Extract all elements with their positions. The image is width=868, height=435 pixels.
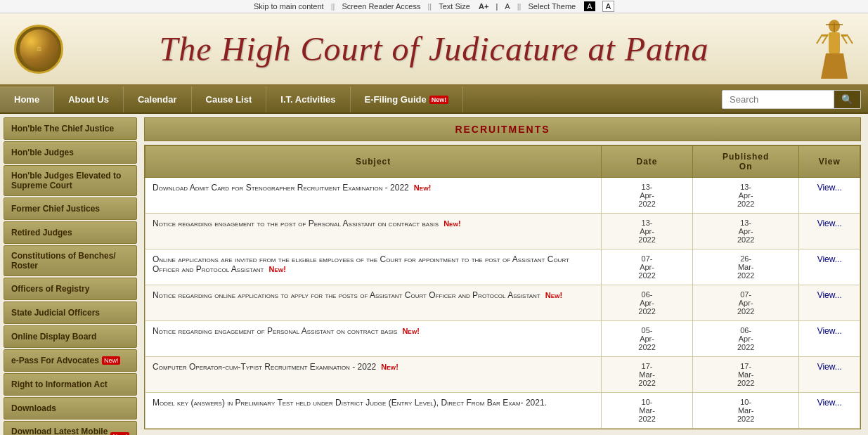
sidebar-item-epass[interactable]: e-Pass For Advocates New! [4, 349, 137, 372]
sidebar-item-state-officers[interactable]: State Judicial Officers [4, 301, 137, 324]
sep3: | [495, 2, 498, 11]
nav-about[interactable]: About Us [54, 86, 124, 112]
content-title: RECRUITMENTS [144, 117, 861, 141]
search-input[interactable] [722, 90, 834, 109]
cell-view[interactable]: View... [799, 321, 860, 357]
theme-light-button[interactable]: A [602, 1, 614, 12]
logo: ⚖ [14, 25, 63, 74]
screen-reader-link[interactable]: Screen Reader Access [342, 2, 421, 11]
new-badge: New! [441, 219, 461, 228]
sidebar-item-elevated-judges[interactable]: Hon'ble Judges Elevated to Supreme Court [4, 165, 137, 196]
view-link[interactable]: View... [817, 183, 842, 193]
site-title: The High Court of Judicature at Patna [63, 30, 805, 68]
mobileapp-new-badge: New! [110, 432, 129, 435]
cell-view[interactable]: View... [799, 285, 860, 321]
table-row: Notice regarding engagement of Personal … [145, 321, 860, 357]
top-bar: Skip to main content || Screen Reader Ac… [0, 0, 868, 13]
sep4: || [517, 2, 522, 11]
lady-justice-figure [805, 19, 854, 79]
cell-date: 05-Apr-2022 [602, 321, 693, 357]
new-badge: New! [543, 291, 563, 299]
nav-causelist[interactable]: Cause List [192, 86, 267, 112]
cell-published: 10-Mar-2022 [692, 393, 798, 429]
table-row: Computer Operator-cum-Typist Recruitment… [145, 357, 860, 393]
col-header-published: PublishedOn [692, 146, 798, 178]
content-area: RECRUITMENTS Subject Date PublishedOn Vi… [141, 114, 868, 435]
cell-published: 13-Apr-2022 [692, 214, 798, 249]
view-link[interactable]: View... [817, 362, 842, 372]
cell-published: 07-Apr-2022 [692, 285, 798, 321]
view-link[interactable]: View... [817, 254, 842, 264]
view-link[interactable]: View... [817, 290, 842, 300]
lady-justice-svg [815, 19, 854, 79]
col-header-date: Date [602, 146, 693, 178]
sidebar: Hon'ble The Chief Justice Hon'ble Judges… [0, 114, 141, 435]
cell-date: 10-Mar-2022 [602, 393, 693, 429]
view-link[interactable]: View... [817, 326, 842, 336]
cell-view[interactable]: View... [799, 214, 860, 249]
efiling-new-badge: New! [429, 96, 449, 104]
cell-view[interactable]: View... [799, 249, 860, 285]
table-row: Model key (answers) in Preliminary Test … [145, 393, 860, 429]
cell-subject: Notice regarding engagement of Personal … [145, 321, 602, 357]
text-size-label: Text Size [439, 2, 470, 11]
sidebar-item-officers[interactable]: Officers of Registry [4, 278, 137, 300]
text-size-large-button[interactable]: A+ [479, 2, 488, 11]
cell-view[interactable]: View... [799, 393, 860, 429]
main-layout: Hon'ble The Chief Justice Hon'ble Judges… [0, 114, 868, 435]
search-button[interactable]: 🔍 [834, 90, 861, 109]
sidebar-item-mobile-app[interactable]: Download Latest Mobile APP (Android) New… [4, 421, 137, 435]
sidebar-item-downloads[interactable]: Downloads [4, 397, 137, 420]
view-link[interactable]: View... [817, 219, 842, 228]
cell-view[interactable]: View... [799, 178, 860, 214]
nav-efiling[interactable]: E-Filing Guide New! [351, 86, 464, 112]
cell-view[interactable]: View... [799, 357, 860, 393]
main-nav: Home About Us Calendar Cause List I.T. A… [0, 86, 868, 114]
table-row: Download Admit Card for Stenographer Rec… [145, 178, 860, 214]
cell-date: 13-Apr-2022 [602, 214, 693, 249]
cell-subject: Notice regarding engagement to the post … [145, 214, 602, 249]
new-badge: New! [266, 265, 286, 273]
epass-new-badge: New! [102, 356, 121, 365]
svg-rect-1 [829, 32, 840, 53]
new-badge: New! [412, 183, 432, 192]
cell-date: 06-Apr-2022 [602, 285, 693, 321]
sidebar-item-retired-judges[interactable]: Retired Judges [4, 221, 137, 244]
text-size-normal-button[interactable]: A [505, 2, 510, 11]
table-row: Notice regarding engagement to the post … [145, 214, 860, 249]
nav-search-area: 🔍 [715, 86, 868, 112]
cell-subject: Model key (answers) in Preliminary Test … [145, 393, 602, 429]
sep2: || [427, 2, 432, 11]
new-badge: New! [400, 327, 420, 335]
logo-emblem: ⚖ [20, 30, 58, 68]
cell-published: 06-Apr-2022 [692, 321, 798, 357]
skip-main-link[interactable]: Skip to main content [254, 2, 324, 11]
cell-subject: Online applications are invited from the… [145, 249, 602, 285]
cell-date: 13-Apr-2022 [602, 178, 693, 214]
cell-published: 26-Mar-2022 [692, 249, 798, 285]
col-header-subject: Subject [145, 146, 602, 178]
cell-published: 13-Apr-2022 [692, 178, 798, 214]
col-header-view: View [799, 146, 860, 178]
header: ⚖ The High Court of Judicature at Patna [0, 13, 868, 86]
sidebar-item-chief-justice[interactable]: Hon'ble The Chief Justice [4, 117, 137, 140]
view-link[interactable]: View... [817, 398, 842, 408]
sidebar-item-display-board[interactable]: Online Display Board [4, 325, 137, 348]
sep1: || [331, 2, 335, 11]
nav-calendar[interactable]: Calendar [124, 86, 192, 112]
select-theme-label: Select Theme [529, 2, 576, 11]
cell-subject: Notice regarding online applications to … [145, 285, 602, 321]
theme-dark-button[interactable]: A [584, 1, 595, 11]
sidebar-item-judges[interactable]: Hon'ble Judges [4, 141, 137, 164]
nav-it[interactable]: I.T. Activities [266, 86, 350, 112]
cell-published: 17-Mar-2022 [692, 357, 798, 393]
cell-date: 17-Mar-2022 [602, 357, 693, 393]
nav-home[interactable]: Home [0, 86, 54, 112]
sidebar-item-former-cj[interactable]: Former Chief Justices [4, 197, 137, 220]
cell-date: 07-Apr-2022 [602, 249, 693, 285]
table-row: Online applications are invited from the… [145, 249, 860, 285]
sidebar-item-benches[interactable]: Constitutions of Benches/ Roster [4, 245, 137, 276]
cell-subject: Download Admit Card for Stenographer Rec… [145, 178, 602, 214]
sidebar-item-rti[interactable]: Right to Information Act [4, 373, 137, 396]
table-scroll-container[interactable]: Subject Date PublishedOn View Download A… [144, 145, 861, 429]
